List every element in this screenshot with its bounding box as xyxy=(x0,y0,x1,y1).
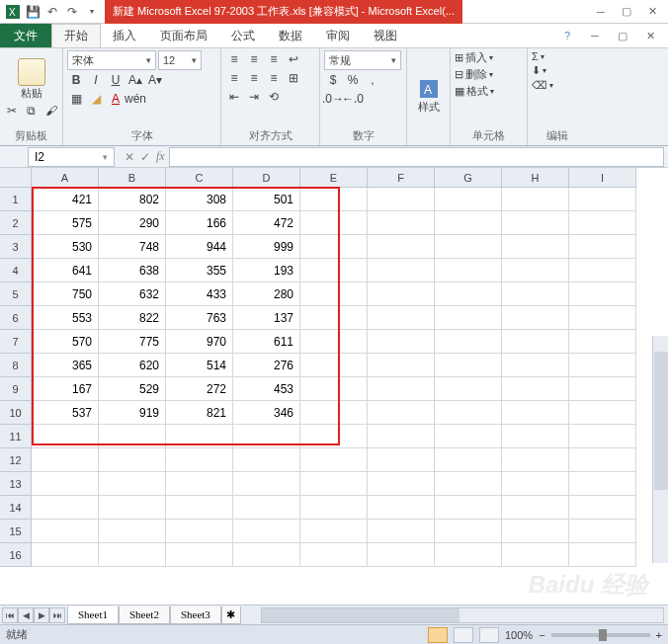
cell[interactable] xyxy=(502,448,569,472)
cell[interactable] xyxy=(502,472,569,496)
cell[interactable]: 611 xyxy=(233,330,300,354)
file-tab[interactable]: 文件 xyxy=(0,24,51,47)
cell[interactable] xyxy=(368,377,435,401)
cell[interactable] xyxy=(502,211,569,235)
row-header[interactable]: 9 xyxy=(0,377,32,401)
cell[interactable] xyxy=(435,211,502,235)
fill-button[interactable]: ⬇▾ xyxy=(532,64,583,77)
cell[interactable] xyxy=(368,330,435,354)
cell[interactable] xyxy=(32,496,99,520)
cell[interactable]: 433 xyxy=(166,282,233,306)
cell[interactable] xyxy=(300,472,368,496)
cell[interactable] xyxy=(569,472,636,496)
cell[interactable] xyxy=(502,188,569,211)
row-header[interactable]: 16 xyxy=(0,543,32,567)
cell[interactable] xyxy=(368,306,435,330)
column-header[interactable]: C xyxy=(166,168,233,188)
cell[interactable] xyxy=(368,425,435,448)
cell[interactable]: 530 xyxy=(32,235,99,259)
column-header[interactable]: H xyxy=(502,168,569,188)
new-sheet-button[interactable]: ✱ xyxy=(221,606,241,624)
cell[interactable] xyxy=(502,377,569,401)
align-left-button[interactable]: ≡ xyxy=(225,69,243,87)
cancel-formula-icon[interactable]: ✕ xyxy=(125,150,134,164)
cell[interactable] xyxy=(502,520,569,543)
cell[interactable] xyxy=(435,377,502,401)
first-sheet-button[interactable]: ⏮ xyxy=(2,607,18,623)
qat-dropdown-icon[interactable]: ▾ xyxy=(83,3,101,21)
cell[interactable] xyxy=(300,448,368,472)
cell[interactable] xyxy=(435,448,502,472)
cell[interactable] xyxy=(300,354,368,377)
cell[interactable]: 999 xyxy=(233,235,300,259)
cell[interactable] xyxy=(569,330,636,354)
cell[interactable] xyxy=(435,543,502,567)
cell[interactable] xyxy=(32,472,99,496)
cell[interactable] xyxy=(435,496,502,520)
cell[interactable] xyxy=(569,496,636,520)
cell[interactable] xyxy=(368,520,435,543)
zoom-out-button[interactable]: − xyxy=(539,629,544,641)
cell[interactable] xyxy=(300,543,368,567)
cell[interactable] xyxy=(435,188,502,211)
zoom-in-button[interactable]: + xyxy=(656,629,662,641)
align-bottom-button[interactable]: ≡ xyxy=(265,50,283,68)
font-size-combo[interactable]: 12▾ xyxy=(158,50,202,70)
fx-icon[interactable]: fx xyxy=(156,149,165,164)
cell[interactable] xyxy=(435,472,502,496)
tab-formulas[interactable]: 公式 xyxy=(219,24,267,47)
cell[interactable] xyxy=(166,448,233,472)
cell[interactable] xyxy=(300,330,368,354)
cell[interactable]: 365 xyxy=(32,354,99,377)
cell[interactable] xyxy=(32,448,99,472)
sheet-tab-2[interactable]: Sheet2 xyxy=(119,606,170,624)
cell[interactable] xyxy=(368,401,435,425)
styles-button[interactable]: A 样式 xyxy=(408,78,450,115)
cell[interactable]: 748 xyxy=(99,235,166,259)
cell[interactable] xyxy=(368,543,435,567)
horizontal-scrollbar[interactable] xyxy=(261,607,664,623)
cell[interactable] xyxy=(300,401,368,425)
formula-bar[interactable] xyxy=(169,147,664,167)
help-icon[interactable]: ? xyxy=(555,27,579,44)
cell[interactable]: 575 xyxy=(32,211,99,235)
cell[interactable] xyxy=(99,472,166,496)
align-top-button[interactable]: ≡ xyxy=(225,50,243,68)
cell[interactable]: 775 xyxy=(99,330,166,354)
cell[interactable] xyxy=(99,520,166,543)
cell[interactable] xyxy=(300,235,368,259)
cell[interactable]: 276 xyxy=(233,354,300,377)
cell[interactable] xyxy=(166,543,233,567)
cell[interactable]: 272 xyxy=(166,377,233,401)
decrease-indent-button[interactable]: ⇤ xyxy=(225,88,243,106)
scrollbar-thumb[interactable] xyxy=(654,352,668,490)
paste-button[interactable]: 粘贴 xyxy=(11,58,52,101)
doc-restore-button[interactable]: ▢ xyxy=(611,27,634,44)
cell[interactable]: 822 xyxy=(99,306,166,330)
cell[interactable] xyxy=(502,354,569,377)
cell[interactable]: 453 xyxy=(233,377,300,401)
cell[interactable] xyxy=(569,377,636,401)
align-center-button[interactable]: ≡ xyxy=(245,69,263,87)
italic-button[interactable]: I xyxy=(87,71,105,89)
cell[interactable] xyxy=(233,520,300,543)
cell[interactable] xyxy=(368,259,435,282)
row-header[interactable]: 10 xyxy=(0,401,32,425)
cell[interactable] xyxy=(300,188,368,211)
enter-formula-icon[interactable]: ✓ xyxy=(140,150,150,164)
cell[interactable] xyxy=(569,520,636,543)
wrap-text-button[interactable]: ↩ xyxy=(285,50,302,68)
delete-cells-button[interactable]: ⊟删除▾ xyxy=(455,67,523,82)
autosum-button[interactable]: Σ▾ xyxy=(532,50,583,62)
cell[interactable]: 346 xyxy=(233,401,300,425)
zoom-thumb[interactable] xyxy=(599,629,607,641)
cell[interactable] xyxy=(435,306,502,330)
cell[interactable] xyxy=(569,448,636,472)
cell[interactable] xyxy=(569,543,636,567)
cell[interactable] xyxy=(368,354,435,377)
tab-insert[interactable]: 插入 xyxy=(101,24,148,47)
row-header[interactable]: 6 xyxy=(0,306,32,330)
cell[interactable]: 137 xyxy=(233,306,300,330)
cell[interactable]: 193 xyxy=(233,259,300,282)
cell[interactable] xyxy=(300,425,368,448)
